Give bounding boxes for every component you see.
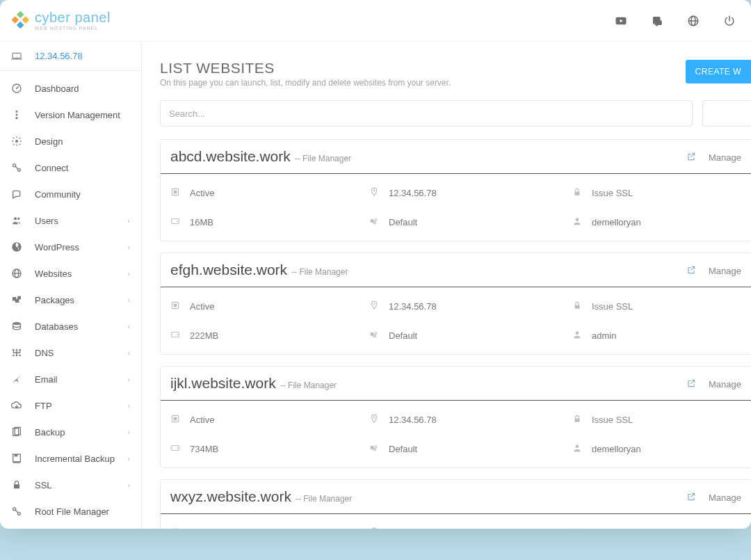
website-domain[interactable]: wxyz.website.work (170, 488, 291, 504)
chevron-right-icon: › (127, 243, 130, 251)
sidebar-item-label: Connect (35, 163, 130, 173)
sidebar-item-ftp[interactable]: FTP› (0, 392, 141, 419)
svg-rect-27 (17, 296, 21, 300)
sidebar-item-email[interactable]: Email› (0, 366, 141, 392)
sidebar-item-users[interactable]: Users› (0, 207, 141, 234)
manage-link[interactable]: Manage (709, 493, 741, 503)
sidebar-item-backup[interactable]: Backup› (0, 419, 141, 445)
manage-link[interactable]: Manage (709, 266, 741, 276)
svg-rect-54 (174, 303, 177, 307)
chevron-right-icon: › (127, 401, 130, 410)
email-icon (11, 374, 22, 385)
website-domain[interactable]: efgh.website.work (170, 262, 287, 278)
website-domain[interactable]: ijkl.website.work (170, 375, 276, 391)
svg-rect-50 (373, 221, 376, 224)
brand-name: cyber panel (35, 10, 111, 24)
issue-ssl-link[interactable]: Issue SSL (592, 415, 633, 425)
topbar: cyber panel WEB HOSTING PANEL (0, 0, 751, 42)
power-icon[interactable] (723, 15, 736, 27)
chevron-right-icon: › (127, 454, 130, 463)
svg-rect-2 (17, 21, 24, 29)
svg-point-30 (16, 349, 18, 351)
website-owner: admin (592, 330, 616, 341)
package-icon (369, 330, 379, 342)
sidebar-item-wordpress[interactable]: WordPress› (0, 234, 141, 260)
svg-rect-3 (11, 16, 19, 24)
svg-point-19 (14, 217, 17, 220)
ssl-icon (11, 479, 22, 490)
external-link-icon[interactable] (686, 152, 696, 163)
svg-point-65 (373, 416, 375, 417)
website-package: Default (389, 330, 417, 341)
create-website-button[interactable]: CREATE W (686, 60, 751, 83)
main-content: LIST WEBSITES On this page you can launc… (142, 42, 751, 529)
svg-point-32 (13, 355, 15, 357)
sidebar-item-label: Dashboard (35, 83, 130, 94)
chat-icon[interactable] (651, 15, 663, 27)
sidebar-item-community[interactable]: Community (0, 181, 141, 207)
svg-rect-13 (16, 111, 18, 113)
sidebar-item-label: SSL (35, 480, 127, 490)
page-selector[interactable] (702, 100, 751, 127)
status-icon (170, 527, 180, 529)
manage-link[interactable]: Manage (709, 152, 741, 163)
brand[interactable]: cyber panel WEB HOSTING PANEL (8, 10, 111, 31)
server-ip-row[interactable]: 12.34.56.78 (0, 42, 141, 71)
pin-icon (369, 187, 379, 199)
file-manager-link[interactable]: -- File Manager (296, 494, 352, 504)
sidebar-item-databases[interactable]: Databases› (0, 313, 141, 339)
issue-ssl-link[interactable]: Issue SSL (592, 528, 633, 529)
svg-rect-61 (375, 331, 378, 334)
svg-point-28 (13, 322, 21, 325)
svg-point-68 (177, 447, 178, 449)
lock-icon (572, 301, 582, 312)
sidebar-item-version-management[interactable]: Version Management (0, 102, 141, 128)
top-actions (615, 15, 736, 27)
issue-ssl-link[interactable]: Issue SSL (592, 188, 633, 198)
globe-icon[interactable] (687, 15, 700, 27)
file-manager-link[interactable]: -- File Manager (291, 267, 348, 277)
manage-link[interactable]: Manage (709, 379, 741, 390)
search-input[interactable] (160, 100, 693, 127)
website-card: ijkl.website.work-- File ManagerManageAc… (160, 366, 751, 468)
backup-icon (11, 426, 22, 438)
svg-point-15 (15, 117, 17, 119)
file-manager-link[interactable]: -- File Manager (295, 154, 351, 163)
sidebar-item-connect[interactable]: Connect (0, 154, 141, 181)
sidebar-item-label: WordPress (35, 242, 127, 253)
svg-rect-66 (575, 418, 580, 422)
website-ip: 12.34.56.78 (389, 301, 437, 312)
sidebar-item-incremental-backup[interactable]: Incremental Backup› (0, 445, 141, 472)
website-domain[interactable]: abcd.website.work (170, 148, 291, 164)
sidebar-item-ssl[interactable]: SSL› (0, 472, 141, 498)
users-icon (11, 215, 22, 226)
external-link-icon[interactable] (686, 265, 696, 277)
svg-rect-40 (14, 484, 19, 488)
sidebar-item-websites[interactable]: Websites› (0, 260, 141, 287)
website-ip: 12.34.56.78 (389, 188, 437, 198)
svg-rect-26 (15, 299, 19, 303)
user-icon (572, 330, 582, 342)
external-link-icon[interactable] (686, 492, 696, 504)
svg-point-31 (19, 349, 21, 351)
packages-icon (11, 294, 22, 305)
external-link-icon[interactable] (686, 378, 696, 390)
sidebar-item-design[interactable]: Design (0, 128, 141, 154)
community-icon (11, 189, 22, 200)
sidebar-item-label: Community (35, 189, 130, 200)
file-manager-link[interactable]: -- File Manager (280, 381, 337, 390)
sidebar-item-packages[interactable]: Packages› (0, 287, 141, 313)
lock-icon (572, 414, 582, 426)
svg-rect-1 (22, 16, 29, 24)
sidebar-item-dashboard[interactable]: Dashboard (0, 75, 141, 102)
svg-rect-51 (375, 218, 378, 221)
status-icon (170, 187, 180, 199)
sidebar-item-label: Databases (35, 321, 127, 332)
issue-ssl-link[interactable]: Issue SSL (592, 301, 633, 312)
lock-icon (572, 527, 582, 529)
websites-icon (11, 268, 22, 279)
sidebar-item-root-file-manager[interactable]: Root File Manager (0, 498, 141, 525)
sidebar-item-dns[interactable]: DNS› (0, 339, 141, 366)
disk-icon (170, 443, 180, 455)
youtube-icon[interactable] (615, 15, 627, 27)
